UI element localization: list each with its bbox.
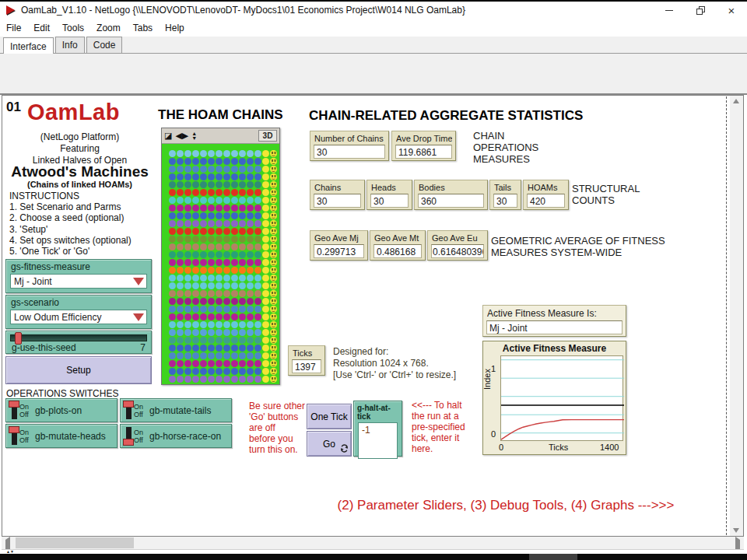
- hoam-dot: [200, 220, 207, 227]
- halt-note: <<--- To halt the run at a pre-specified…: [412, 400, 465, 454]
- chain-row: [169, 289, 279, 297]
- hoam-dot: [231, 173, 238, 180]
- hoam-dot: [216, 337, 223, 344]
- chain-end-dot: [262, 251, 269, 258]
- menu-edit[interactable]: Edit: [33, 23, 50, 33]
- go-button[interactable]: Go: [307, 431, 352, 457]
- hoam-dot: [231, 360, 238, 367]
- hoam-dot: [216, 321, 223, 328]
- vertical-arrows-icon[interactable]: ▲▼: [191, 131, 197, 141]
- hoam-dot: [239, 150, 246, 157]
- slider-thumb[interactable]: [15, 332, 22, 345]
- chain-row: [169, 328, 279, 336]
- smiley-face-icon: [270, 197, 277, 204]
- hoam-dot: [223, 376, 230, 383]
- hoam-dot: [239, 360, 246, 367]
- tab-code[interactable]: Code: [86, 37, 123, 53]
- hoam-dot: [231, 150, 238, 157]
- title-bar: OamLab_V1.10 - NetLogo {\\LENOVODT\Lenov…: [0, 2, 747, 19]
- hoam-dot: [216, 313, 223, 320]
- hoam-dot: [169, 321, 176, 328]
- horizontal-scrollbar[interactable]: [2, 537, 744, 549]
- hoam-dot: [169, 275, 176, 282]
- hoam-dot: [247, 298, 254, 305]
- chain-row: [169, 188, 279, 196]
- hoam-dot: [239, 220, 246, 227]
- menu-help[interactable]: Help: [165, 23, 184, 33]
- resize-corner-icon[interactable]: ◪: [164, 131, 172, 140]
- hoam-dot: [208, 282, 215, 289]
- chooser-gs-fitness-measure[interactable]: gs-fitness-measure Mj - Joint: [5, 259, 152, 293]
- hoam-dot: [208, 150, 215, 157]
- hoam-dot: [177, 321, 184, 328]
- horizontal-scroll-thumb[interactable]: [16, 537, 134, 548]
- close-button[interactable]: ×: [716, 2, 747, 19]
- setup-button[interactable]: Setup: [5, 356, 152, 384]
- minimize-button[interactable]: [654, 2, 685, 19]
- hoam-dot: [192, 251, 199, 258]
- view-3d-button[interactable]: 3D: [258, 130, 277, 142]
- hoam-dot: [192, 158, 199, 165]
- hoam-dot: [177, 298, 184, 305]
- world-view[interactable]: ◪ ◀▶ ▲▼ 3D: [161, 128, 280, 385]
- hoam-dot: [192, 205, 199, 212]
- menu-zoom[interactable]: Zoom: [96, 23, 121, 33]
- hoam-dot: [169, 313, 176, 320]
- switch-knob[interactable]: [123, 401, 134, 408]
- hoam-dot: [247, 166, 254, 173]
- hoam-dot: [254, 251, 261, 258]
- horizontal-arrows-icon[interactable]: ◀▶: [175, 131, 188, 140]
- vertical-scrollbar[interactable]: [730, 96, 743, 536]
- stats-heading: CHAIN-RELATED AGGREGATE STATISTICS: [309, 108, 583, 124]
- chain-end-dot: [262, 228, 269, 235]
- hoam-dot: [192, 337, 199, 344]
- close-icon: ×: [728, 5, 735, 16]
- hoam-dot: [208, 181, 215, 188]
- slider-g-use-this-seed[interactable]: g-use-this-seed 7: [5, 331, 152, 354]
- monitor-ticks: Ticks 1397: [288, 345, 325, 376]
- halt-at-tick-field[interactable]: -1: [358, 422, 398, 459]
- hoam-dot: [216, 220, 223, 227]
- menu-tools[interactable]: Tools: [62, 23, 84, 33]
- one-tick-button[interactable]: One Tick: [307, 404, 352, 429]
- chooser-value[interactable]: Mj - Joint: [10, 274, 147, 289]
- chain-end-dot: [262, 321, 269, 328]
- hoam-dot: [192, 212, 199, 219]
- hoam-dot: [231, 166, 238, 173]
- switch-gb-horse-race-on[interactable]: OnOff gb-horse-race-on: [120, 424, 232, 448]
- chooser-value[interactable]: Low Odum Efficiency: [10, 310, 147, 324]
- chooser-gs-scenario[interactable]: gs-scenario Low Odum Efficiency: [5, 295, 152, 329]
- hoam-dot: [184, 228, 191, 235]
- tab-info[interactable]: Info: [55, 37, 85, 53]
- hoam-dot: [200, 205, 207, 212]
- subtitle-machines: Atwood's Machines: [0, 163, 160, 180]
- hoam-dot: [231, 236, 238, 243]
- smiley-face-icon: [270, 220, 277, 227]
- switch-gb-plots-on[interactable]: OnOff gb-plots-on: [5, 398, 117, 422]
- hoam-dot: [177, 166, 184, 173]
- hoam-dot: [169, 368, 176, 375]
- chain-row: [169, 250, 279, 258]
- menu-file[interactable]: File: [6, 23, 21, 33]
- switch-gb-mutate-tails[interactable]: OnOff gb-mutate-tails: [120, 398, 232, 422]
- switch-gb-mutate-heads[interactable]: OnOff gb-mutate-heads: [5, 424, 117, 448]
- hoam-dot: [231, 337, 238, 344]
- hoam-dot: [239, 267, 246, 274]
- hoam-dot: [254, 282, 261, 289]
- hoam-dot: [223, 236, 230, 243]
- chain-row: [169, 149, 279, 157]
- hoam-dot: [184, 267, 191, 274]
- switch-knob[interactable]: [9, 401, 19, 408]
- switch-knob[interactable]: [123, 439, 134, 446]
- restore-button[interactable]: [685, 2, 716, 19]
- minimize-icon: [665, 10, 673, 11]
- hoam-dot: [216, 368, 223, 375]
- tab-interface[interactable]: Interface: [3, 37, 54, 54]
- fitness-plot-svg: [501, 356, 624, 442]
- menu-tabs[interactable]: Tabs: [133, 23, 153, 33]
- hoam-dot: [184, 173, 191, 180]
- switch-knob[interactable]: [9, 426, 19, 433]
- slider-track[interactable]: [10, 334, 147, 341]
- hoam-dot: [184, 298, 191, 305]
- input-g-halt-at-tick[interactable]: g-halt-at-tick -1: [353, 401, 402, 457]
